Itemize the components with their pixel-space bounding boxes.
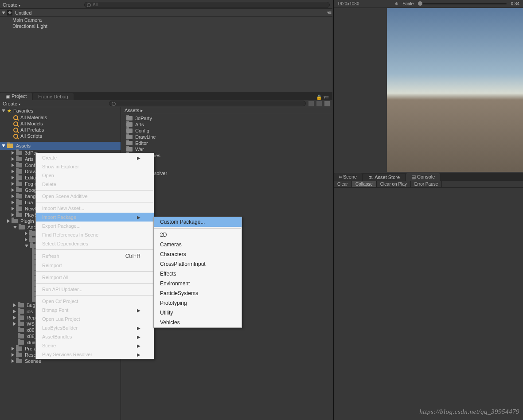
folder-icon [18, 315, 24, 320]
scale-label: Scale [402, 1, 414, 6]
context-menu-item[interactable]: Import Package▶ [36, 213, 154, 222]
context-menu-item[interactable]: Export Package... [36, 222, 154, 230]
game-view [387, 8, 523, 172]
submenu-item[interactable]: Environment [154, 279, 242, 288]
context-menu-item[interactable]: Reimport [36, 261, 154, 270]
context-menu-item[interactable]: Create▶ [36, 153, 154, 162]
project-search-input[interactable] [109, 101, 306, 106]
tab-asset-store[interactable]: 🛍Asset Store [363, 174, 405, 181]
folder-icon [18, 309, 24, 314]
tab-frame-debug[interactable]: Frame Debug [33, 93, 73, 100]
expand-icon [12, 194, 14, 198]
folder-icon [126, 128, 133, 133]
assets-header[interactable]: Assets [0, 142, 121, 150]
submenu-item[interactable]: Vehicles [154, 318, 242, 327]
hierarchy-item[interactable]: Main Camera [0, 17, 332, 23]
save-icon[interactable] [324, 101, 330, 106]
folder-icon [16, 163, 22, 167]
submenu-item[interactable]: Utility [154, 308, 242, 318]
star-icon: ★ [7, 108, 12, 114]
context-menu-item[interactable]: RefreshCtrl+R [36, 251, 154, 261]
folder-icon [19, 225, 25, 229]
hierarchy-item[interactable]: Directional Light [0, 23, 332, 29]
console-clear-on-play-button[interactable]: Clear on Play [377, 181, 411, 187]
context-menu-item[interactable]: Run API Updater... [36, 285, 154, 294]
expand-icon [13, 322, 16, 326]
folder-icon [16, 188, 22, 192]
context-menu-item[interactable]: Reimport All [36, 273, 154, 282]
expand-icon [2, 109, 5, 112]
context-menu-item[interactable]: Scene▶ [36, 341, 154, 350]
context-menu-item[interactable]: LuaBytesBuilder▶ [36, 323, 154, 332]
folder-icon [18, 340, 24, 345]
context-menu-item[interactable]: AssetBundles▶ [36, 332, 154, 341]
submenu-item[interactable]: Custom Package... [154, 217, 242, 227]
scale-slider[interactable] [418, 3, 506, 4]
expand-icon [12, 170, 14, 173]
tab-project[interactable]: ▣Project [0, 93, 32, 100]
context-menu-item[interactable]: Bitmap Font▶ [36, 306, 154, 315]
submenu-item[interactable]: 2D [154, 230, 242, 240]
context-menu-item[interactable]: Find References In Scene [36, 230, 154, 239]
asset-item[interactable]: Config [121, 128, 332, 134]
context-menu-item[interactable]: Open Scene Additive [36, 192, 154, 201]
tab-console[interactable]: ▤Console [406, 173, 440, 181]
asset-item[interactable]: Editor [121, 140, 332, 146]
folder-icon [18, 334, 24, 338]
folder-icon [126, 135, 133, 139]
filter-icon[interactable] [316, 101, 322, 106]
folder-icon [16, 213, 22, 217]
project-create-button[interactable]: Create ▾ [3, 101, 20, 106]
asset-item[interactable]: Arts [121, 121, 332, 128]
tab-scene[interactable]: ⌗Scene [334, 173, 362, 181]
folder-icon [16, 169, 22, 174]
resolution-label[interactable]: 1920x1080 [337, 1, 359, 6]
console-error-pause-button[interactable]: Error Pause [411, 181, 442, 187]
context-menu-item[interactable]: Open C# Project [36, 297, 154, 306]
console-clear-button[interactable]: Clear [334, 181, 352, 187]
folder-icon [16, 346, 22, 351]
expand-icon [2, 144, 5, 147]
filter-icon[interactable] [308, 101, 314, 106]
menu-icon[interactable]: ▾≡ [327, 10, 331, 16]
scene-header[interactable]: Untitled ▾≡ [0, 9, 332, 17]
folder-icon [12, 219, 18, 223]
search-icon [13, 128, 18, 132]
hierarchy-search-input[interactable] [84, 2, 330, 8]
folder-icon [126, 141, 133, 145]
submenu-item[interactable]: Prototyping [154, 298, 242, 308]
submenu-item[interactable]: CrossPlatformInput [154, 259, 242, 269]
asset-item[interactable]: 3dParty [121, 115, 332, 121]
folder-icon [16, 175, 22, 180]
breadcrumb[interactable]: Assets ▸ [121, 107, 332, 114]
console-collapse-button[interactable]: Collapse [352, 181, 377, 187]
context-menu-item[interactable]: Import New Asset... [36, 204, 154, 213]
folder-icon [16, 182, 22, 186]
expand-icon [25, 245, 28, 247]
expand-icon [12, 163, 14, 167]
favorite-item[interactable]: All Scripts [0, 133, 121, 139]
folder-icon [16, 200, 22, 205]
context-menu-item[interactable]: Select Dependencies [36, 239, 154, 248]
favorite-item[interactable]: All Materials [0, 114, 121, 121]
favorite-item[interactable]: All Prefabs [0, 127, 121, 133]
asset-item[interactable]: DrawLine [121, 134, 332, 140]
asset-item[interactable]: War [121, 146, 332, 152]
expand-icon [12, 207, 14, 210]
folder-icon [126, 116, 133, 121]
context-menu-item[interactable]: Delete [36, 180, 154, 189]
submenu-item[interactable]: Characters [154, 249, 242, 259]
context-menu-item[interactable]: Open Lua Project [36, 315, 154, 323]
hierarchy-create-button[interactable]: Create ▾ [3, 2, 20, 8]
submenu-item[interactable]: ParticleSystems [154, 288, 242, 298]
context-menu-item[interactable]: Show in Explorer [36, 162, 154, 171]
lock-icon[interactable]: 🔒 ▾≡ [316, 94, 332, 100]
submenu-item[interactable]: Cameras [154, 240, 242, 249]
folder-icon [16, 353, 22, 357]
favorite-item[interactable]: All Models [0, 121, 121, 127]
submenu-item[interactable]: Effects [154, 269, 242, 279]
folder-icon [16, 206, 22, 211]
favorites-header[interactable]: ★ Favorites [0, 107, 121, 114]
context-menu-item[interactable]: Play Services Resolver▶ [36, 350, 154, 359]
context-menu-item[interactable]: Open [36, 171, 154, 180]
